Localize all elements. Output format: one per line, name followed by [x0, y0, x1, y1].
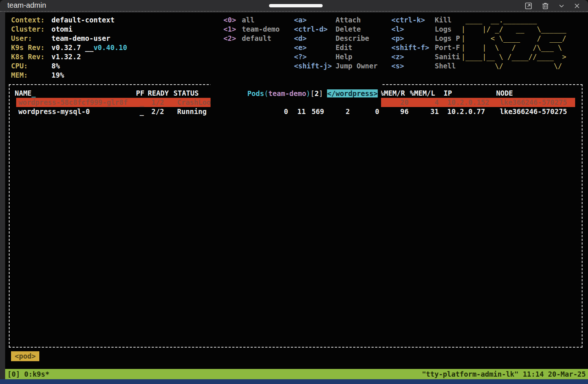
hotkey-key: <z>	[391, 52, 435, 61]
cluster-info-panel: Context: default-context Cluster: otomi …	[11, 15, 127, 80]
hotkey-key: <0>	[223, 15, 242, 25]
hotkey-label: Logs P	[435, 34, 460, 43]
hotkey-row: <l> Logs	[391, 25, 460, 34]
pf-cell: _	[137, 98, 148, 107]
table-row[interactable]: wordpress-mysql-0 _ 2/2 Running 0 11 569…	[16, 107, 575, 116]
hotkey-label: Edit	[336, 43, 352, 52]
info-label: Cluster:	[11, 25, 51, 34]
info-label: MEM:	[11, 71, 51, 80]
info-upgrade-version: v0.40.10	[93, 43, 127, 52]
info-label: User:	[11, 34, 51, 43]
info-value: otomi	[51, 25, 72, 34]
node-cell: lke366246-570275	[497, 98, 575, 107]
hotkey-key: <?>	[294, 52, 336, 61]
hotkey-label: Help	[336, 52, 352, 61]
cluster-info-row: K8s Rev: v1.32.2	[11, 52, 127, 61]
hotkey-label: Kill	[435, 15, 452, 25]
close-icon[interactable]	[573, 1, 581, 10]
ip-cell: 10.2.0.152	[439, 98, 497, 107]
hotkey-row: <ctrl-k> Kill	[391, 15, 460, 25]
hotkey-key: <a>	[294, 15, 336, 25]
status-cell: Running	[174, 107, 250, 116]
pmem-r-cell: 96	[379, 107, 409, 116]
pod-name-cell: wordpress-mysql-0	[16, 107, 137, 116]
cluster-info-row: CPU: 8%	[11, 61, 127, 71]
hotkey-key: <1>	[223, 25, 242, 34]
hotkey-key: <ctrl-k>	[391, 15, 435, 25]
chevron-down-icon[interactable]	[557, 1, 566, 10]
pmem-l-cell: 4	[409, 98, 439, 107]
info-value: default-context	[51, 15, 115, 25]
hotkey-row: <z> Saniti	[391, 52, 460, 61]
hotkey-label: team-demo	[242, 25, 280, 34]
trash-icon[interactable]	[541, 1, 550, 10]
cpu-cell: 11	[288, 107, 306, 116]
cluster-info-row: User: team-demo-user	[11, 34, 127, 43]
hotkey-key: <shift-f>	[391, 43, 435, 52]
cluster-info-row: Cluster: otomi	[11, 25, 127, 34]
hotkey-label: Jump Owner	[336, 61, 377, 71]
window-title: team-admin	[7, 1, 46, 10]
title-punct: (	[264, 89, 268, 97]
hotkey-row: <a> Attach	[294, 15, 377, 25]
action-hotkeys-a: <a> Attach <ctrl-d> Delete <d> Describe …	[294, 15, 377, 71]
hotkey-key: <s>	[391, 61, 435, 71]
hotkey-key: <l>	[391, 25, 435, 34]
breadcrumb-pod-badge: <pod>	[11, 351, 39, 361]
column-header-node: NODE	[493, 89, 575, 98]
hotkey-label: Describe	[336, 34, 369, 43]
pf-cell: _	[137, 107, 148, 116]
info-value: 8%	[51, 61, 60, 71]
info-label: Context:	[11, 15, 51, 25]
pmem-r-cell: 20	[379, 98, 409, 107]
hotkey-key: <e>	[294, 43, 336, 52]
hotkey-label: default	[242, 34, 271, 43]
hotkey-label: Delete	[336, 25, 361, 34]
column-header-ready: READY	[145, 89, 171, 98]
pods-table-title: Pods(team-demo)[2] </wordpress>	[210, 80, 381, 107]
hotkey-row: <?> Help	[294, 52, 377, 61]
open-new-window-icon[interactable]	[524, 1, 533, 10]
hotkey-row: <1> team-demo	[223, 25, 280, 34]
cluster-info-row: MEM: 19%	[11, 71, 127, 80]
hotkey-label: Port-F	[435, 43, 460, 52]
tmux-host-datetime: "tty-platform-admin-lk" 11:14 20-Mar-25	[422, 369, 586, 379]
hotkey-label: Shell	[435, 61, 456, 71]
cluster-info-row: K9s Rev: v0.32.7 __ v0.40.10	[11, 43, 127, 52]
hotkey-row: <d> Describe	[294, 34, 377, 43]
title-punct: [	[311, 89, 315, 97]
pods-table: Pods(team-demo)[2] </wordpress> NAME_ PF…	[9, 84, 582, 348]
pod-name-cell: wordpress-58c8fcf999-glr8f	[16, 98, 137, 107]
terminal-window: team-admin Context: default-context Clus…	[0, 0, 588, 384]
ip-cell: 10.2.0.77	[439, 107, 497, 116]
pmem-l-cell: 31	[409, 107, 439, 116]
drag-handle[interactable]	[269, 4, 323, 7]
title-punct: )	[306, 89, 310, 97]
hotkey-row: <p> Logs P	[391, 34, 460, 43]
hotkey-label: Attach	[336, 15, 361, 25]
info-value: team-demo-user	[51, 34, 110, 43]
sort-indicator: _	[32, 89, 36, 97]
hotkey-row: <shift-j> Jump Owner	[294, 61, 377, 71]
column-header-name: NAME_	[12, 89, 134, 98]
mem-cell: 569	[306, 107, 324, 116]
node-cell: lke366246-570275	[497, 107, 575, 116]
info-label: K8s Rev:	[11, 52, 51, 61]
restarts-cell: 0	[250, 107, 288, 116]
hotkey-key: <2>	[223, 34, 242, 43]
pod-count: 2	[315, 89, 319, 97]
column-header-pf: PF	[134, 89, 145, 98]
tmux-status-bar: [0] 0:k9s* "tty-platform-admin-lk" 11:14…	[5, 369, 588, 379]
ready-cell: 1/2	[148, 98, 174, 107]
hotkey-row: <2> default	[223, 34, 280, 43]
hotkey-row: <e> Edit	[294, 43, 377, 52]
hotkey-row: <0> all	[223, 15, 280, 25]
hotkey-label: all	[242, 15, 254, 25]
info-label: CPU:	[11, 61, 51, 71]
cluster-info-row: Context: default-context	[11, 15, 127, 25]
bottom-accent-strip	[0, 379, 588, 384]
hotkey-row: <s> Shell	[391, 61, 460, 71]
namespace-hotkeys: <0> all <1> team-demo <2> default	[223, 15, 280, 43]
filter-badge: </wordpress>	[327, 89, 377, 97]
hotkey-row: <shift-f> Port-F	[391, 43, 460, 52]
